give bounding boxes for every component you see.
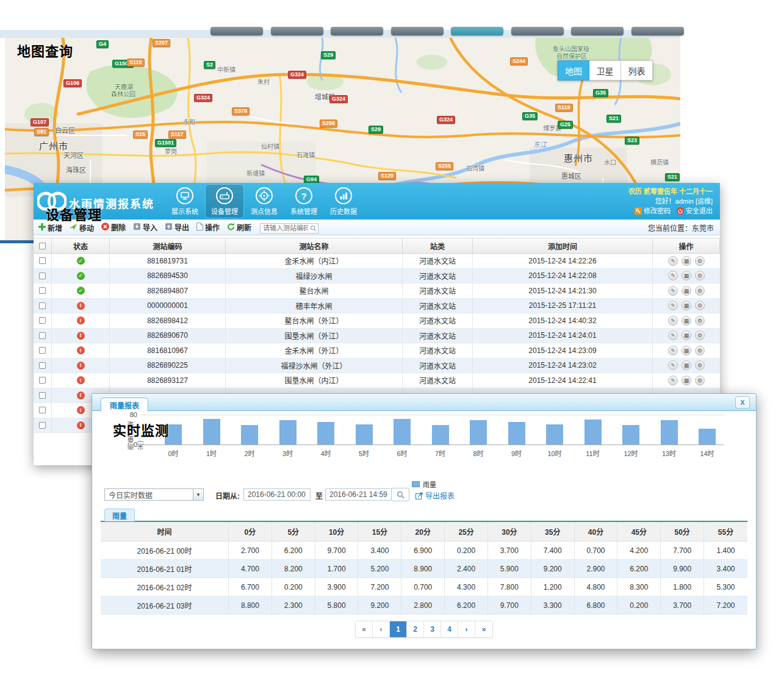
nav-item-label: 系统管理 [290, 206, 317, 216]
pagination-item-4[interactable]: 4 [441, 621, 458, 637]
edit-icon[interactable]: ✎ [668, 286, 678, 296]
caption-map-query: 地图查询 [17, 40, 73, 60]
toolbar-button-导出[interactable]: 导出 [165, 222, 189, 232]
rain-col-header: 50分 [661, 522, 704, 541]
toolbar-button-移动[interactable]: 移动 [70, 223, 94, 233]
background-window-tab[interactable] [331, 27, 383, 35]
background-window-tab[interactable] [210, 27, 263, 35]
row-checkbox[interactable] [39, 257, 46, 264]
calendar-icon[interactable]: ▦ [682, 286, 691, 296]
map-view-button-地图[interactable]: 地图 [558, 60, 589, 80]
rain-row-time: 2016-06-21 02时 [101, 578, 229, 596]
select-all-checkbox[interactable] [39, 243, 46, 249]
nav-item-系统管理[interactable]: ?系统管理 [284, 184, 323, 218]
gear-icon[interactable]: ⚙ [695, 330, 705, 340]
col-time: 添加时间 [473, 238, 653, 254]
pagination-item-»[interactable]: » [475, 621, 492, 637]
legend-label: 雨量 [423, 479, 436, 489]
pagination-item-2[interactable]: 2 [407, 621, 424, 637]
map-view-button-列表[interactable]: 列表 [621, 60, 653, 80]
row-checkbox[interactable] [39, 407, 46, 413]
background-window-tab[interactable] [631, 27, 684, 35]
nav-item-历史数据[interactable]: 历史数据 [324, 184, 363, 218]
toolbar-button-新增[interactable]: 新增 [38, 223, 62, 233]
station-type: 河道水文站 [419, 255, 456, 266]
background-window-tab[interactable] [391, 27, 444, 35]
logout-link[interactable]: 安全退出 [677, 206, 713, 216]
rain-chart: 雨量（毫米） 80 0 0时1时2时3时4时5时6时7时8时9时10时11时12… [92, 411, 756, 490]
calendar-icon[interactable]: ▦ [682, 330, 691, 340]
background-window-tab[interactable] [271, 27, 323, 35]
toolbar-button-导入[interactable]: 导入 [133, 222, 157, 232]
rain-bar-7时 [432, 425, 449, 445]
export-report-link[interactable]: 导出报表 [415, 490, 455, 501]
calendar-icon[interactable]: ▦ [682, 271, 691, 280]
pagination-item-3[interactable]: 3 [424, 621, 441, 637]
road-shield: S115 [127, 59, 145, 66]
gear-icon[interactable]: ⚙ [695, 346, 705, 356]
pagination-item-«[interactable]: « [356, 621, 373, 637]
edit-icon[interactable]: ✎ [668, 346, 678, 356]
background-window-tab[interactable] [511, 27, 564, 35]
edit-icon[interactable]: ✎ [668, 301, 678, 310]
data-range-select[interactable]: 今日实时数据 ▼ [104, 488, 204, 501]
station-name: 围垦水闸（内江） [284, 375, 343, 385]
gear-icon[interactable]: ⚙ [695, 286, 705, 296]
edit-icon[interactable]: ✎ [668, 376, 678, 385]
row-checkbox[interactable] [39, 362, 46, 369]
pagination-item-›[interactable]: › [458, 621, 475, 637]
calendar-icon[interactable]: ▦ [682, 346, 691, 356]
calendar-icon[interactable]: ▦ [682, 301, 691, 310]
toolbar-button-刷新[interactable]: 刷新 [227, 222, 251, 232]
calendar-icon[interactable]: ▦ [682, 256, 691, 266]
background-window-tab[interactable] [571, 27, 624, 35]
station-code: 8826890670 [147, 331, 188, 340]
gear-icon[interactable]: ⚙ [695, 301, 705, 310]
row-checkbox[interactable] [39, 377, 46, 384]
y-tick-0: 0 [123, 441, 137, 448]
road-shield: G324 [329, 95, 348, 103]
nav-item-展示系统[interactable]: 展示系统 [165, 184, 204, 218]
gear-icon[interactable]: ⚙ [695, 360, 705, 370]
calendar-icon[interactable]: ▦ [682, 316, 691, 326]
status-ok-icon: ✓ [77, 272, 85, 280]
date-to-input[interactable] [325, 488, 392, 501]
row-checkbox[interactable] [39, 273, 46, 279]
toolbar-button-删除[interactable]: 删除 [101, 222, 126, 232]
tab-rain[interactable]: 雨量 [104, 509, 135, 521]
edit-icon[interactable]: ✎ [668, 316, 678, 326]
row-checkbox[interactable] [39, 392, 46, 399]
edit-icon[interactable]: ✎ [668, 271, 678, 280]
pagination-item-‹[interactable]: ‹ [373, 621, 390, 637]
date-from-input[interactable] [243, 488, 311, 501]
nav-item-设备管理[interactable]: 设备管理 [205, 184, 244, 218]
change-password-link[interactable]: 修改密码 [635, 206, 671, 216]
gear-icon[interactable]: ⚙ [695, 316, 705, 326]
gear-icon[interactable]: ⚙ [695, 271, 705, 280]
tab-rain-report[interactable]: 雨量报表 [101, 398, 148, 412]
gear-icon[interactable]: ⚙ [695, 256, 705, 266]
background-window-tab[interactable] [451, 27, 503, 35]
calendar-icon[interactable]: ▦ [682, 360, 691, 370]
row-checkbox[interactable] [39, 317, 46, 324]
edit-icon[interactable]: ✎ [668, 360, 678, 370]
map-view-button-卫星[interactable]: 卫星 [589, 60, 621, 80]
rain-value-cell: 1.400 [704, 541, 747, 559]
close-icon[interactable]: X [735, 396, 750, 409]
gear-icon[interactable]: ⚙ [695, 376, 705, 385]
row-checkbox[interactable] [39, 302, 46, 309]
row-checkbox[interactable] [39, 332, 46, 339]
edit-icon[interactable]: ✎ [668, 330, 678, 340]
pagination-item-1[interactable]: 1 [390, 621, 407, 637]
toolbar-button-操作[interactable]: 操作 [196, 222, 220, 232]
edit-icon[interactable]: ✎ [668, 256, 678, 266]
nav-item-测点信息[interactable]: 测点信息 [245, 184, 284, 218]
row-checkbox[interactable] [39, 422, 46, 429]
calendar-icon[interactable]: ▦ [682, 376, 691, 385]
export-icon [165, 223, 173, 232]
row-checkbox[interactable] [39, 287, 46, 294]
svg-text:?: ? [301, 191, 306, 201]
key-icon [635, 207, 642, 215]
row-checkbox[interactable] [39, 347, 46, 354]
query-button[interactable] [391, 488, 409, 501]
